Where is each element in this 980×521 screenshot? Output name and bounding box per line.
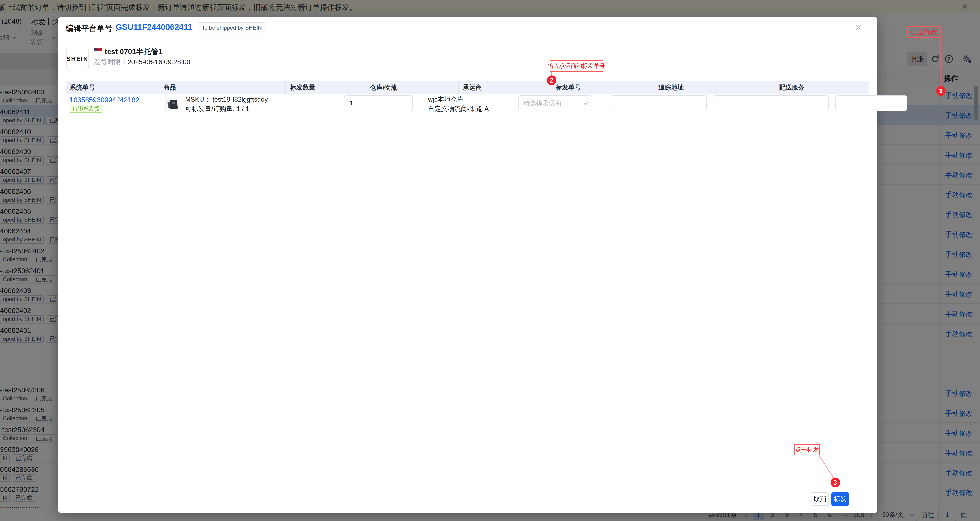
modal-footer: 取消 标发 xyxy=(58,484,877,513)
col-ship-no: 标发单号 xyxy=(551,81,654,94)
logistics-channel: 自定义物流商-渠道 A xyxy=(428,104,489,113)
shein-logo: SHEIN xyxy=(67,55,89,62)
col-qty: 标发数量 xyxy=(285,81,366,94)
delivery-service-input[interactable] xyxy=(835,96,907,111)
ship-deadline-label: 发货时限： xyxy=(94,58,127,66)
carrier-select[interactable]: 请选择承运商 xyxy=(519,96,592,111)
platform-order-number[interactable]: GSU11F2440062411 xyxy=(116,22,192,32)
col-service: 配送服务 xyxy=(775,81,869,94)
us-flag-icon xyxy=(94,48,102,54)
modal-title: 编辑平台单号： xyxy=(66,23,120,33)
col-product: 商品 xyxy=(159,81,285,94)
edit-platform-order-modal: 编辑平台单号： GSU11F2440062411 To be shipped b… xyxy=(58,17,877,513)
modal-close-icon[interactable]: × xyxy=(855,22,861,33)
col-system-no: 系统单号 xyxy=(65,81,159,94)
shipping-type-tag: To be shipped by SHEIN xyxy=(197,22,266,33)
modal-table-row: 103585930994242182 待审核发货 MSKU： test19-I8… xyxy=(65,94,869,114)
ship-deadline-value: 2025-06-16 09:28:00 xyxy=(127,58,190,66)
product-image-part xyxy=(170,100,178,109)
cancel-button[interactable]: 取消 xyxy=(811,492,829,506)
annotation-step2-badge: 2 xyxy=(547,75,556,85)
col-tracking: 追踪地址 xyxy=(654,81,775,94)
table-right-border xyxy=(856,94,856,484)
chevron-down-icon xyxy=(584,100,588,105)
cell-divider xyxy=(159,94,159,114)
pending-review-tag: 待审核发货 xyxy=(70,105,103,113)
platform-logo-card: SHEIN xyxy=(66,48,89,70)
tracking-url-input[interactable] xyxy=(713,96,829,111)
warehouse-name: wjc本地仓库 xyxy=(428,95,464,104)
system-order-link[interactable]: 103585930994242182 xyxy=(70,96,139,104)
msku-line: MSKU： test19-I82lggftsddy xyxy=(185,95,268,104)
available-qty-line: 可标发量/订购量: 1 / 1 xyxy=(185,104,249,113)
product-thumbnail xyxy=(165,97,180,112)
label-qty-input[interactable] xyxy=(344,96,413,111)
product-image-part xyxy=(172,102,175,104)
annotation-step3-badge: 3 xyxy=(830,478,840,488)
carrier-placeholder: 请选择承运商 xyxy=(523,99,562,108)
annotation-step1-line xyxy=(940,38,941,86)
annotation-step3-box: 点击标发 xyxy=(794,444,820,456)
annotation-step2-box: 输入承运商和标发单号 xyxy=(550,60,603,72)
ship-number-input[interactable] xyxy=(611,96,707,111)
store-name: test 0701半托管1 xyxy=(105,47,162,57)
modal-table-header: 系统单号 商品 标发数量 仓库/物流 承运商 标发单号 追踪地址 配送服务 xyxy=(65,81,869,94)
annotation-step1-box: 点击修改 xyxy=(907,26,941,38)
ship-deadline: 发货时限：2025-06-16 09:28:00 xyxy=(94,57,190,67)
annotation-step1-badge: 1 xyxy=(936,86,946,96)
modal-header: 编辑平台单号： GSU11F2440062411 To be shipped b… xyxy=(58,17,877,40)
col-warehouse: 仓库/物流 xyxy=(366,81,458,94)
col-carrier: 承运商 xyxy=(458,81,551,94)
submit-label-button[interactable]: 标发 xyxy=(831,492,849,506)
